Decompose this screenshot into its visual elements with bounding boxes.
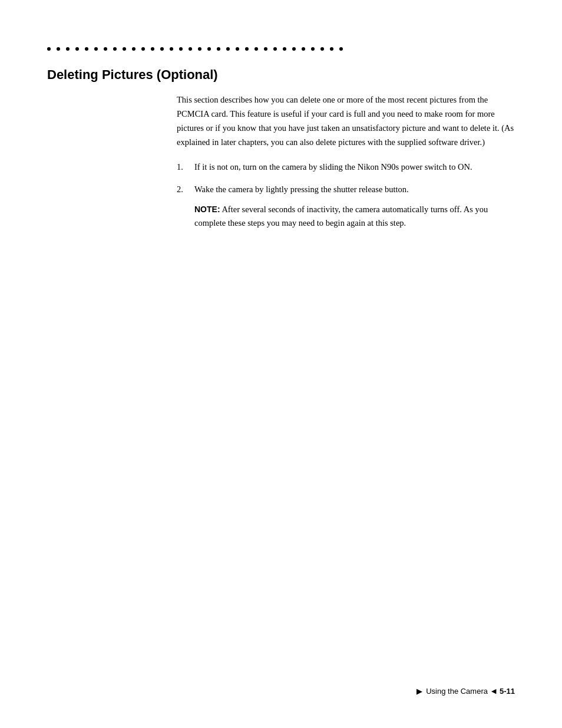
- dot-13: [160, 47, 164, 51]
- list-item-text-1: If it is not on, turn on the camera by s…: [194, 160, 515, 174]
- dot-32: [339, 47, 343, 51]
- footer-section-name: Using the Camera: [426, 687, 488, 696]
- footer-page-number: 5-11: [500, 687, 515, 696]
- note-block: NOTE: After several seconds of inactivit…: [194, 203, 515, 231]
- right-content: This section describes how you can delet…: [177, 93, 515, 239]
- dot-6: [94, 47, 98, 51]
- list-item-content-2: Wake the camera by lightly pressing the …: [194, 183, 515, 231]
- list-item-text-2: Wake the camera by lightly pressing the …: [194, 185, 409, 194]
- list-item: 2. Wake the camera by lightly pressing t…: [177, 183, 515, 231]
- dot-12: [151, 47, 154, 51]
- dot-16: [189, 47, 192, 51]
- dot-18: [207, 47, 211, 51]
- dot-10: [132, 47, 135, 51]
- dot-20: [226, 47, 230, 51]
- dot-31: [330, 47, 333, 51]
- footer-arrow-right-icon: ▶: [416, 687, 422, 696]
- content-area: This section describes how you can delet…: [47, 93, 515, 239]
- dot-15: [179, 47, 183, 51]
- list-number-2: 2.: [177, 183, 194, 197]
- dot-29: [311, 47, 315, 51]
- list-item: 1. If it is not on, turn on the camera b…: [177, 160, 515, 174]
- dot-8: [113, 47, 117, 51]
- dot-28: [302, 47, 305, 51]
- footer-triangle-icon: ◀: [491, 687, 496, 695]
- dot-21: [236, 47, 239, 51]
- dots-decoration: [47, 47, 515, 51]
- dot-14: [170, 47, 173, 51]
- dot-26: [283, 47, 286, 51]
- dot-2: [57, 47, 60, 51]
- intro-paragraph: This section describes how you can delet…: [177, 93, 515, 150]
- page: Deleting Pictures (Optional) This sectio…: [0, 0, 562, 728]
- dot-5: [85, 47, 88, 51]
- list-number-1: 1.: [177, 160, 194, 174]
- note-label: NOTE:: [194, 205, 220, 214]
- left-margin: [47, 93, 177, 239]
- dot-4: [75, 47, 79, 51]
- dot-1: [47, 47, 51, 51]
- dot-3: [66, 47, 70, 51]
- dot-17: [198, 47, 201, 51]
- dot-19: [217, 47, 220, 51]
- dot-22: [245, 47, 249, 51]
- note-text: After several seconds of inactivity, the…: [194, 205, 488, 228]
- dot-9: [123, 47, 126, 51]
- dot-11: [141, 47, 145, 51]
- dot-30: [320, 47, 324, 51]
- dot-24: [264, 47, 267, 51]
- section-title: Deleting Pictures (Optional): [47, 67, 515, 83]
- dot-27: [292, 47, 296, 51]
- footer: ▶ Using the Camera ◀ 5-11: [416, 687, 515, 696]
- numbered-list: 1. If it is not on, turn on the camera b…: [177, 160, 515, 231]
- dot-23: [254, 47, 258, 51]
- dot-25: [273, 47, 277, 51]
- dot-7: [104, 47, 107, 51]
